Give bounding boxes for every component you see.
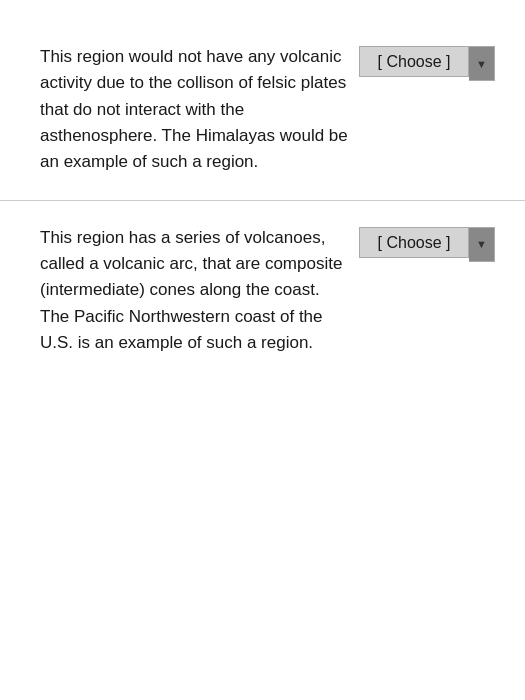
question-block-1: This region would not have any volcanic …	[0, 20, 525, 201]
question-text-1: This region would not have any volcanic …	[40, 44, 359, 176]
question-text-2: This region has a series of volcanoes, c…	[40, 225, 359, 357]
dropdown-wrapper-1[interactable]: [ Choose ]	[359, 46, 495, 81]
questions-container: This region would not have any volcanic …	[0, 0, 525, 400]
dropdown-select-2[interactable]: [ Choose ]	[359, 227, 469, 258]
dropdown-arrow-2[interactable]	[469, 227, 495, 262]
question-block-2: This region has a series of volcanoes, c…	[0, 201, 525, 381]
dropdown-arrow-1[interactable]	[469, 46, 495, 81]
dropdown-wrapper-2[interactable]: [ Choose ]	[359, 227, 495, 262]
dropdown-select-1[interactable]: [ Choose ]	[359, 46, 469, 77]
